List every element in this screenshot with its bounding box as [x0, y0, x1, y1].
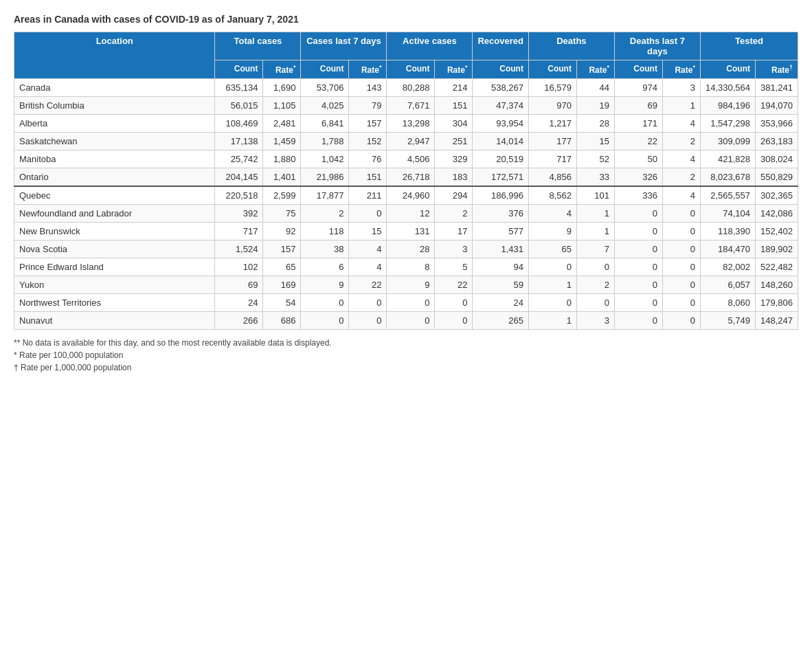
header-tested: Tested: [700, 32, 798, 60]
table-row: Newfoundland and Labrador392752012237641…: [14, 205, 798, 223]
header-active-cases: Active cases: [387, 32, 473, 60]
subheader-t-count: Count: [700, 60, 755, 79]
header-cases-last-7: Cases last 7 days: [301, 32, 387, 60]
table-row: Manitoba25,7421,8801,042764,50632920,519…: [14, 150, 798, 168]
table-row: Northwest Territories245400002400008,060…: [14, 294, 798, 312]
subheader-rec-count: Count: [473, 60, 528, 79]
table-row: British Columbia56,0151,1054,025797,6711…: [14, 97, 798, 115]
subheader-d-count: Count: [528, 60, 576, 79]
table-row: Quebec220,5182,59917,87721124,960294186,…: [14, 186, 798, 205]
subheader-t-rate: Rate†: [756, 60, 798, 79]
subheader-ac-count: Count: [387, 60, 435, 79]
header-deaths: Deaths: [528, 32, 614, 60]
footnotes: ** No data is available for this day, an…: [14, 338, 798, 372]
footnote-star: * Rate per 100,000 population: [14, 350, 798, 360]
subheader-tc-rate: Rate*: [263, 60, 301, 79]
header-location: Location: [14, 32, 215, 79]
header-total-cases: Total cases: [215, 32, 301, 60]
table-row: Saskatchewan17,1381,4591,7881522,9472511…: [14, 133, 798, 150]
header-deaths-last-7: Deaths last 7 days: [614, 32, 700, 60]
subheader-c7-rate: Rate*: [349, 60, 387, 79]
subheader-tc-count: Count: [215, 60, 263, 79]
table-row: Nova Scotia1,5241573842831,43165700184,4…: [14, 240, 798, 258]
subheader-d7-rate: Rate*: [662, 60, 700, 79]
covid-table: Location Total cases Cases last 7 days A…: [14, 32, 798, 330]
table-row: Yukon691699229225912006,057148,260: [14, 276, 798, 294]
subheader-c7-count: Count: [301, 60, 349, 79]
footnote-double-star: ** No data is available for this day, an…: [14, 338, 798, 348]
table-row: New Brunswick7179211815131175779100118,3…: [14, 223, 798, 240]
header-recovered: Recovered: [473, 32, 528, 60]
table-row: Ontario204,1451,40121,98615126,718183172…: [14, 168, 798, 187]
table-row: Nunavut266686000026513005,749148,247: [14, 312, 798, 330]
subheader-d-rate: Rate*: [576, 60, 614, 79]
subheader-ac-rate: Rate*: [435, 60, 473, 79]
page-title: Areas in Canada with cases of COVID-19 a…: [14, 14, 798, 25]
table-row: Alberta108,4692,4816,84115713,29830493,9…: [14, 115, 798, 133]
footnote-dagger: † Rate per 1,000,000 population: [14, 363, 798, 372]
subheader-d7-count: Count: [614, 60, 662, 79]
table-row: Canada635,1341,69053,70614380,288214538,…: [14, 79, 798, 97]
table-row: Prince Edward Island10265648594000082,00…: [14, 258, 798, 276]
